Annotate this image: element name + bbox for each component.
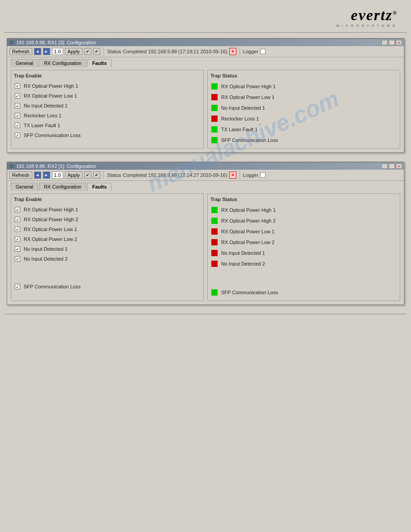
window2-status-label-3: RX Optical Power Low 1	[221, 229, 274, 234]
window1-refresh-label: Refresh	[12, 49, 30, 54]
w2-trap-enable-row-3: ✓ RX Optical Power Low 1	[14, 224, 201, 234]
window2-trap-label-4: RX Optical Power Low 2	[24, 236, 77, 242]
window2-logger-label: Logger	[243, 172, 258, 178]
window1-checkbox-2[interactable]: ✓	[15, 93, 20, 99]
window2-version[interactable]: 1.0	[52, 172, 63, 179]
w2-spacer	[14, 264, 201, 282]
w2-trap-enable-row-5: ✓ No Input Detected 1	[14, 244, 201, 254]
window1-tab-rxconfig[interactable]: RX Configuration	[39, 59, 86, 67]
window2-arrow-left-icon[interactable]: ◄	[34, 172, 41, 179]
window1-stop-icon[interactable]: ✕	[229, 48, 236, 55]
window1-checkbox-6[interactable]: ✓	[15, 133, 20, 138]
w2-trap-enable-row-7: ✓ SFP Communication Loss	[14, 282, 201, 292]
window2-checkbox-6[interactable]: ✓	[15, 256, 20, 262]
window2-checkbox-3[interactable]: ✓	[15, 227, 20, 232]
trap-enable-row-4: ✓ Reclocker Loss 1	[14, 111, 201, 120]
window2-titlebar: 192.168.9.88, RX2 [1]: Configuration _ □…	[7, 163, 404, 170]
window2-trap-label-3: RX Optical Power Low 1	[24, 227, 77, 232]
window2-status-label-5: No Input Detected 1	[221, 250, 265, 256]
window1-status-label-5: TX Laser Fault 1	[221, 127, 257, 132]
window2-stop-icon[interactable]: ✕	[229, 172, 236, 179]
window1-close-btn[interactable]: ×	[396, 40, 402, 45]
w2-trap-enable-row-4: ✓ RX Optical Power Low 2	[14, 234, 201, 244]
window2-status-label-7: SFP Communication Loss	[221, 290, 278, 295]
window1-separator2	[240, 47, 240, 56]
window1-apply-icon2[interactable]: ✔	[93, 48, 100, 55]
bottom-divider	[4, 314, 407, 314]
window2-apply-icon1[interactable]: ✔	[84, 172, 91, 179]
window2-checkbox-7[interactable]: ✓	[15, 284, 20, 289]
window1-logger-checkbox[interactable]	[260, 49, 265, 54]
window1-trap-label-3: No Input Detected 1	[24, 103, 68, 108]
window2-trap-label-7: SFP Communication Loss	[24, 284, 81, 289]
trap-status-row-1: RX Optical Power High 1	[210, 81, 397, 92]
window1-checkbox-1[interactable]: ✓	[15, 83, 20, 89]
w2-trap-status-row-3: RX Optical Power Low 1	[210, 226, 397, 237]
window1-apply-button[interactable]: Apply	[65, 48, 83, 55]
window2-status-indicator-1	[211, 207, 218, 213]
window2-status-indicator-3	[211, 228, 218, 235]
window1-toolbar: Refresh ◄ ► 1.0 Apply ✔ ✔ Status Complet…	[7, 46, 404, 57]
trap-status-row-6: SFP Communication Loss	[210, 135, 397, 146]
window2-apply-button[interactable]: Apply	[65, 172, 83, 179]
window1-status-label-1: RX Optical Power High 1	[221, 84, 276, 89]
window2-checkbox-1[interactable]: ✓	[15, 207, 20, 212]
window2-status-label-4: RX Optical Power Low 2	[221, 240, 274, 245]
window1-status-indicator-4	[211, 116, 218, 122]
window2-checkbox-4[interactable]: ✓	[15, 236, 20, 242]
window2-tab-general[interactable]: General	[11, 183, 38, 191]
window1-status-indicator-6	[211, 137, 218, 143]
window2-minimize-btn[interactable]: _	[381, 163, 388, 169]
window1-apply-icon1[interactable]: ✔	[84, 48, 91, 55]
window2-trap-label-1: RX Optical Power High 1	[24, 207, 78, 212]
window1-status-label-2: RX Optical Power Low 1	[221, 94, 274, 100]
window1-trap-status-title: Trap Status	[210, 73, 397, 78]
window2-title: 192.168.9.88, RX2 [1]: Configuration	[16, 163, 96, 169]
window2-tab-faults[interactable]: Faults	[87, 183, 111, 191]
window1-status-label: Status	[107, 49, 121, 54]
window2-checkbox-5[interactable]: ✓	[15, 246, 20, 252]
window1-arrow-right-icon[interactable]: ►	[43, 48, 50, 55]
window2-maximize-btn[interactable]: □	[389, 163, 395, 169]
window1-maximize-btn[interactable]: □	[389, 40, 395, 45]
window1-status-label-6: SFP Communication Loss	[221, 137, 278, 143]
window1-checkbox-4[interactable]: ✓	[15, 113, 20, 118]
window2-trap-status-title: Trap Status	[210, 197, 397, 202]
window1-trap-label-5: TX Laser Fault 1	[24, 123, 60, 128]
trap-status-row-4: Reclocker Loss 1	[210, 113, 397, 124]
window1-trap-label-4: Reclocker Loss 1	[24, 113, 61, 118]
window2-refresh-button[interactable]: Refresh	[9, 172, 32, 179]
window2: 192.168.9.88, RX2 [1]: Configuration _ □…	[7, 162, 404, 305]
window2-close-btn[interactable]: ×	[396, 163, 402, 169]
evertz-logo: evertz®	[336, 7, 398, 24]
window1-status-label-3: No Input Detected 1	[221, 105, 265, 111]
w2-trap-status-row-2: RX Optical Power High 2	[210, 215, 397, 226]
trap-status-row-3: No Input Detected 1	[210, 103, 397, 113]
window2-tab-rxconfig[interactable]: RX Configuration	[39, 183, 86, 191]
window1-status-indicator-5	[211, 126, 218, 133]
window1-tab-faults[interactable]: Faults	[87, 59, 111, 67]
window2-refresh-label: Refresh	[12, 172, 30, 178]
window1-version[interactable]: 1.0	[52, 48, 63, 55]
window1-checkbox-5[interactable]: ✓	[15, 123, 20, 128]
w2-trap-enable-row-2: ✓ RX Optical Power High 2	[14, 215, 201, 224]
window2-apply-icon2[interactable]: ✔	[93, 172, 100, 179]
window2-checkbox-2[interactable]: ✓	[15, 217, 20, 222]
logo-bar: evertz® MICROSYSTEMS	[4, 4, 407, 32]
window2-apply-label: Apply	[68, 172, 80, 178]
window2-logger-checkbox[interactable]	[260, 172, 265, 178]
window1: 192.168.9.88, RX1 [3]: Configuration _ □…	[7, 38, 404, 153]
logo-tagline: MICROSYSTEMS	[336, 24, 398, 28]
window1-minimize-btn[interactable]: _	[381, 40, 388, 45]
window1-trap-status-panel: Trap Status RX Optical Power High 1 RX O…	[207, 70, 400, 149]
top-divider	[4, 32, 407, 33]
window1-refresh-button[interactable]: Refresh	[9, 48, 32, 55]
window1-tab-general[interactable]: General	[11, 59, 38, 67]
window2-tabs: General RX Configuration Faults	[7, 181, 404, 191]
window2-toolbar: Refresh ◄ ► 1.0 Apply ✔ ✔ Status Complet…	[7, 170, 404, 181]
window1-title: 192.168.9.88, RX1 [3]: Configuration	[16, 40, 96, 45]
window1-arrow-left-icon[interactable]: ◄	[34, 48, 41, 55]
window2-status-indicator-5	[211, 250, 218, 256]
window1-checkbox-3[interactable]: ✓	[15, 103, 20, 108]
window2-arrow-right-icon[interactable]: ►	[43, 172, 50, 179]
